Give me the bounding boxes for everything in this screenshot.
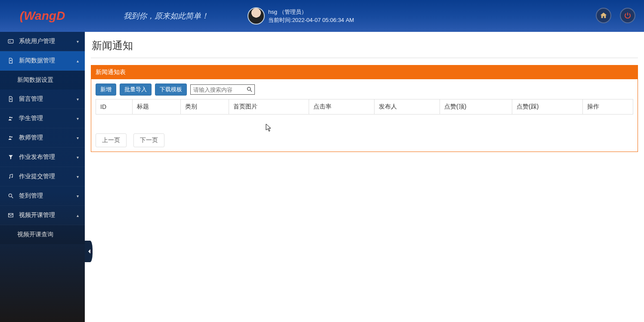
col-1: 标题 — [133, 99, 181, 115]
tagline: 我到你，原来如此简单！ — [124, 11, 209, 21]
mail-icon — [8, 212, 15, 218]
home-icon — [600, 12, 607, 19]
sidebar-subitem-1-0[interactable]: 新闻数据设置 — [0, 71, 85, 90]
user-name: hsg — [268, 9, 277, 15]
chevron-icon: ▾ — [77, 116, 79, 121]
add-button[interactable]: 新增 — [96, 84, 116, 96]
filter-icon — [8, 154, 15, 160]
time-value: 2022-04-07 05:06:34 AM — [292, 17, 354, 23]
divider — [91, 58, 638, 58]
users-icon — [8, 115, 15, 121]
power-icon — [624, 12, 632, 19]
sidebar-item-8[interactable]: 视频开课管理▴ — [0, 206, 85, 225]
svg-point-6 — [9, 177, 10, 178]
sidebar-item-5[interactable]: 作业发布管理▾ — [0, 148, 85, 167]
sidebar-item-label: 新闻数据管理 — [19, 57, 55, 65]
logo-d: D — [56, 9, 65, 22]
toolbar: 新增 批量导入 下载模板 — [96, 84, 633, 96]
prev-page-button[interactable]: 上一页 — [96, 133, 127, 147]
chevron-icon: ▾ — [77, 194, 79, 198]
chevron-icon: ▴ — [77, 213, 79, 218]
sidebar: 系统用户管理▾新闻数据管理▴新闻数据设置留言管理▾学生管理▾教师管理▾作业发布管… — [0, 32, 85, 322]
sidebar-item-label: 视频开课管理 — [19, 211, 55, 219]
id-card-icon — [8, 38, 15, 44]
svg-point-1 — [9, 41, 10, 42]
col-6: 点赞(顶) — [440, 99, 512, 115]
search-input[interactable] — [190, 84, 255, 95]
svg-point-5 — [11, 136, 12, 138]
svg-point-8 — [9, 194, 12, 197]
svg-point-4 — [9, 136, 11, 138]
panel: 新闻通知表 新增 批量导入 下载模板 ID标题类别首页图片点击率发布人点赞(顶)… — [91, 65, 638, 152]
sidebar-item-label: 教师管理 — [19, 134, 43, 142]
sidebar-item-label: 作业提交管理 — [19, 173, 55, 180]
chevron-icon: ▾ — [77, 136, 79, 140]
sidebar-item-3[interactable]: 学生管理▾ — [0, 109, 85, 128]
next-page-button[interactable]: 下一页 — [133, 133, 164, 147]
sidebar-item-label: 学生管理 — [19, 115, 43, 122]
doc-icon — [8, 96, 15, 102]
chevron-icon: ▾ — [77, 155, 79, 160]
sidebar-item-1[interactable]: 新闻数据管理▴ — [0, 51, 85, 71]
col-2: 类别 — [181, 99, 229, 115]
main-content: 新闻通知 新闻通知表 新增 批量导入 下载模板 ID标题类别首页图片点击率发布人… — [85, 32, 644, 322]
col-7: 点赞(踩) — [512, 99, 583, 115]
panel-header: 新闻通知表 — [91, 65, 638, 79]
sidebar-item-label: 留言管理 — [19, 95, 43, 103]
svg-point-7 — [12, 177, 12, 178]
app-header: (WangD 我到你，原来如此简单！ hsg （管理员） 当前时间:2022-0… — [0, 0, 644, 32]
header-actions — [596, 8, 635, 23]
col-0: ID — [96, 99, 133, 115]
chevron-icon: ▾ — [77, 39, 79, 44]
home-button[interactable] — [596, 8, 611, 23]
sidebar-item-6[interactable]: 作业提交管理▾ — [0, 167, 85, 186]
page-title: 新闻通知 — [92, 39, 638, 53]
sidebar-item-7[interactable]: 签到管理▾ — [0, 186, 85, 206]
svg-point-3 — [11, 117, 12, 118]
data-table: ID标题类别首页图片点击率发布人点赞(顶)点赞(踩)操作 — [96, 99, 633, 115]
svg-rect-0 — [8, 40, 13, 43]
logo-arc: ( — [20, 9, 24, 22]
user-block: hsg （管理员） 当前时间:2022-04-07 05:06:34 AM — [248, 7, 354, 25]
sidebar-item-label: 作业发布管理 — [19, 153, 55, 161]
panel-body: 新增 批量导入 下载模板 ID标题类别首页图片点击率发布人点赞(顶)点赞(踩)操… — [91, 79, 638, 152]
col-8: 操作 — [583, 99, 633, 115]
sidebar-item-label: 签到管理 — [19, 192, 43, 200]
svg-line-9 — [12, 197, 13, 198]
file-icon — [8, 58, 15, 64]
user-role: （管理员） — [279, 9, 307, 15]
col-3: 首页图片 — [229, 99, 309, 115]
pagination: 上一页 下一页 — [96, 133, 633, 147]
chevron-icon: ▴ — [77, 59, 79, 63]
chevron-icon: ▾ — [77, 174, 79, 179]
sidebar-item-0[interactable]: 系统用户管理▾ — [0, 32, 85, 51]
music-icon — [8, 173, 15, 180]
col-4: 点击率 — [309, 99, 375, 115]
search-box — [190, 84, 255, 95]
search-icon — [8, 193, 15, 199]
table-header-row: ID标题类别首页图片点击率发布人点赞(顶)点赞(踩)操作 — [96, 99, 633, 115]
logo: (WangD — [0, 9, 85, 23]
sidebar-subitem-8-0[interactable]: 视频开课查询 — [0, 225, 85, 244]
power-button[interactable] — [620, 8, 635, 23]
time-prefix: 当前时间: — [268, 17, 292, 23]
sidebar-item-2[interactable]: 留言管理▾ — [0, 90, 85, 109]
chevron-icon: ▾ — [77, 97, 79, 102]
svg-point-2 — [9, 117, 11, 118]
users-icon — [8, 135, 15, 141]
sidebar-item-4[interactable]: 教师管理▾ — [0, 128, 85, 148]
col-5: 发布人 — [375, 99, 440, 115]
download-template-button[interactable]: 下载模板 — [155, 84, 187, 96]
sidebar-item-label: 系统用户管理 — [19, 37, 55, 45]
batch-import-button[interactable]: 批量导入 — [120, 84, 152, 96]
avatar[interactable] — [248, 7, 265, 25]
